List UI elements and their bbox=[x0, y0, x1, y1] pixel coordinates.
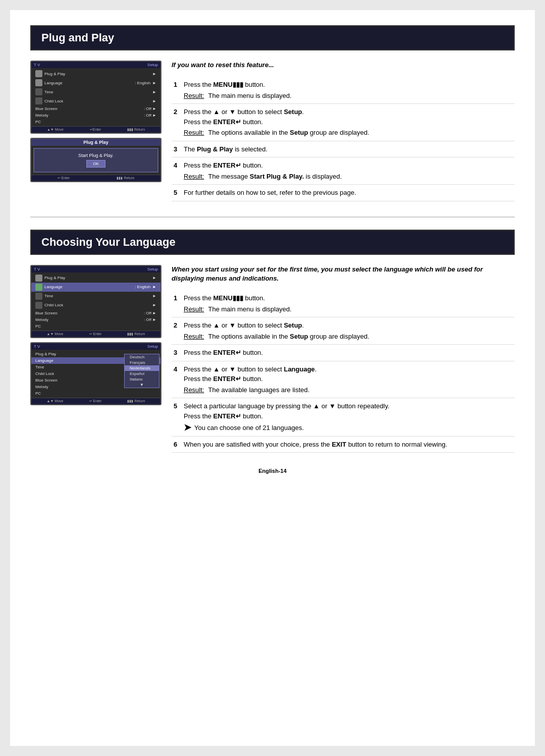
step-1-3: 3 The Plug & Play is selected. bbox=[172, 141, 515, 157]
result-text-4: The message Start Plug & Play. is displa… bbox=[208, 172, 342, 182]
tv-screen2-plugplay: Plug & Play Start Plug & Play. OK ↵ Ente… bbox=[30, 138, 161, 182]
section2-note: When you start using your set for the fi… bbox=[172, 265, 515, 283]
step2-content-6: When you are satisfied with your choice,… bbox=[182, 436, 515, 453]
step-num-3: 3 bbox=[172, 141, 182, 157]
step-2-3: 3 Press the ENTER↵ button. bbox=[172, 345, 515, 361]
section2-right: When you start using your set for the fi… bbox=[172, 265, 515, 453]
tv-menu3-pc: PC bbox=[31, 323, 160, 330]
tv-label-3: T V bbox=[34, 267, 40, 272]
lang-option-espanol: Español bbox=[125, 371, 159, 376]
section-plug-and-play: Plug and Play T V Setup Plug & Play ► bbox=[30, 25, 515, 201]
tv-menu3-melody: Melody: Off ► bbox=[31, 316, 160, 323]
tv-label-4: T V bbox=[34, 344, 40, 349]
step-2-4: 4 Press the ▲ or ▼ button to select Lang… bbox=[172, 361, 515, 398]
tv-menu3-time: Time ► bbox=[31, 292, 160, 301]
tv-screen1-footer: ▲▼ Move ↵Enter ▮▮▮ Return bbox=[31, 126, 160, 133]
tv-dialog-title: Plug & Play bbox=[31, 139, 160, 146]
step2-content-1: Press the MENU▮▮▮ button. Result: The ma… bbox=[182, 290, 515, 317]
result2-text-2: The options available in the Setup group… bbox=[208, 332, 369, 342]
step-num-2: 2 bbox=[172, 104, 182, 141]
step-2-2: 2 Press the ▲ or ▼ button to select Setu… bbox=[172, 317, 515, 345]
tv-menu3-bluescreen: Blue Screen: Off ► bbox=[31, 310, 160, 316]
step2-num-6: 6 bbox=[172, 436, 182, 453]
tv-menu-row-childlock: Child Lock ► bbox=[31, 96, 160, 105]
result-text-1: The main menu is displayed. bbox=[208, 91, 291, 101]
step-1-5: 5 For further details on how to set, ref… bbox=[172, 185, 515, 201]
step-1-1: 1 Press the MENU▮▮▮ button. Result: The … bbox=[172, 77, 515, 104]
lang-submenu: Deutsch Français Nederlands Español Ital… bbox=[124, 354, 159, 388]
step2-note-text: You can choose one of 21 languages. bbox=[194, 423, 304, 433]
step-num-4: 4 bbox=[172, 157, 182, 185]
result2-text-1: The main menu is displayed. bbox=[208, 304, 291, 314]
section-divider bbox=[30, 217, 515, 218]
tv-screen4-header: T V Setup bbox=[31, 343, 160, 350]
section2-title: Choosing Your Language bbox=[30, 230, 515, 255]
step2-num-5: 5 bbox=[172, 398, 182, 437]
tv-dialog-text: Start Plug & Play. bbox=[38, 153, 153, 158]
tv-screen1-header: T V Setup bbox=[31, 62, 160, 68]
section-choosing-language: Choosing Your Language T V Setup Plug & … bbox=[30, 230, 515, 453]
lang-option-francais: Français bbox=[125, 360, 159, 365]
lang-option-arrow: ▼ bbox=[125, 382, 159, 388]
step2-num-2: 2 bbox=[172, 317, 182, 345]
page: Plug and Play T V Setup Plug & Play ► bbox=[10, 10, 535, 746]
tv-dialog-ok-btn: OK bbox=[86, 160, 105, 168]
result2-text-4: The available languages are listed. bbox=[208, 385, 309, 395]
step2-content-3: Press the ENTER↵ button. bbox=[182, 345, 515, 361]
step-1-2: 2 Press the ▲ or ▼ button to select Setu… bbox=[172, 104, 515, 141]
lang-option-deutsch: Deutsch bbox=[125, 354, 159, 360]
tv-menu-row-language: Language : English ► bbox=[31, 78, 160, 87]
tv-screen1-plugplay: T V Setup Plug & Play ► Language : Engli… bbox=[30, 61, 161, 134]
step2-content-4: Press the ▲ or ▼ button to select Langua… bbox=[182, 361, 515, 398]
section1-steps: 1 Press the MENU▮▮▮ button. Result: The … bbox=[172, 77, 515, 201]
tv-screen3-header: T V Setup bbox=[31, 266, 160, 273]
note-arrow-icon: ➤ bbox=[184, 423, 191, 432]
result-text-2: The options available in the Setup group… bbox=[208, 128, 369, 138]
tv-section-label-3: Setup bbox=[147, 267, 158, 272]
result2-label-2: Result: bbox=[184, 332, 204, 342]
tv-label: T V bbox=[34, 63, 40, 67]
result2-label-1: Result: bbox=[184, 304, 204, 314]
step-num-1: 1 bbox=[172, 77, 182, 104]
lang-option-nederlands: Nederlands bbox=[125, 365, 159, 371]
step-1-4: 4 Press the ENTER↵ button. Result: The m… bbox=[172, 157, 515, 185]
tv-menu-row-pc: PC bbox=[31, 119, 160, 125]
lang-option-italiano: Italiano bbox=[125, 376, 159, 382]
step-content-1: Press the MENU▮▮▮ button. Result: The ma… bbox=[182, 77, 515, 104]
section1-right: If you want to reset this feature... 1 P… bbox=[172, 61, 515, 201]
step-content-4: Press the ENTER↵ button. Result: The mes… bbox=[182, 157, 515, 185]
tv-menu3-language: Language : English ► bbox=[31, 283, 160, 292]
section2-content: T V Setup Plug & Play ► Language : Engli… bbox=[30, 265, 515, 453]
tv-screen4-footer: ▲▼ Move ↵ Enter ▮▮▮ Return bbox=[31, 398, 160, 404]
section1-title: Plug and Play bbox=[30, 25, 515, 50]
step2-num-1: 1 bbox=[172, 290, 182, 317]
step2-content-2: Press the ▲ or ▼ button to select Setup.… bbox=[182, 317, 515, 345]
step2-content-5: Select a particular language by pressing… bbox=[182, 398, 515, 437]
tv-screen2-footer: ↵ Enter ▮▮▮ Return bbox=[31, 175, 160, 181]
tv-section-label-4: Setup bbox=[147, 344, 158, 349]
section1-note: If you want to reset this feature... bbox=[172, 61, 515, 70]
section1-content: T V Setup Plug & Play ► Language : Engli… bbox=[30, 61, 515, 201]
page-footer: English-14 bbox=[30, 468, 515, 474]
tv-menu4-pc: PC bbox=[31, 390, 160, 397]
tv-screen3-footer: ▲▼ Move ↵ Enter ▮▮▮ Return bbox=[31, 331, 160, 337]
result-label-1: Result: bbox=[184, 91, 204, 101]
tv-menu-row-melody: Melody: Off ► bbox=[31, 112, 160, 119]
step-content-3: The Plug & Play is selected. bbox=[182, 141, 515, 157]
step2-num-4: 4 bbox=[172, 361, 182, 398]
tv-screen4-lang: T V Setup Plug & Play Language bbox=[30, 342, 161, 405]
step-content-5: For further details on how to set, refer… bbox=[182, 185, 515, 201]
tv-dialog-box: Start Plug & Play. OK bbox=[33, 148, 158, 173]
tv-menu-row-plugplay: Plug & Play ► bbox=[31, 69, 160, 78]
tv-screen3-lang: T V Setup Plug & Play ► Language : Engli… bbox=[30, 265, 161, 338]
tv-section-label: Setup bbox=[147, 63, 158, 67]
step-2-6: 6 When you are satisfied with your choic… bbox=[172, 436, 515, 453]
tv-menu3-plugplay: Plug & Play ► bbox=[31, 274, 160, 283]
footer-text: English-14 bbox=[258, 468, 287, 474]
step2-num-3: 3 bbox=[172, 345, 182, 361]
tv-menu-row-bluescreen: Blue Screen: Off ► bbox=[31, 105, 160, 112]
tv-menu3-childlock: Child Lock ► bbox=[31, 301, 160, 310]
section1-left: T V Setup Plug & Play ► Language : Engli… bbox=[30, 61, 161, 201]
result-label-2: Result: bbox=[184, 128, 204, 138]
step-content-2: Press the ▲ or ▼ button to select Setup.… bbox=[182, 104, 515, 141]
